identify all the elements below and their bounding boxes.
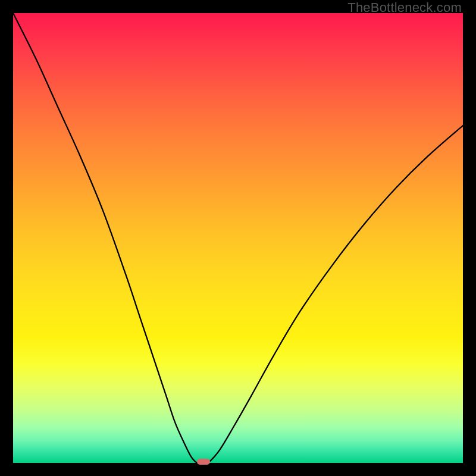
optimal-point-marker [197,459,210,465]
watermark-text: TheBottleneck.com [347,0,462,15]
bottleneck-curve [13,13,463,463]
